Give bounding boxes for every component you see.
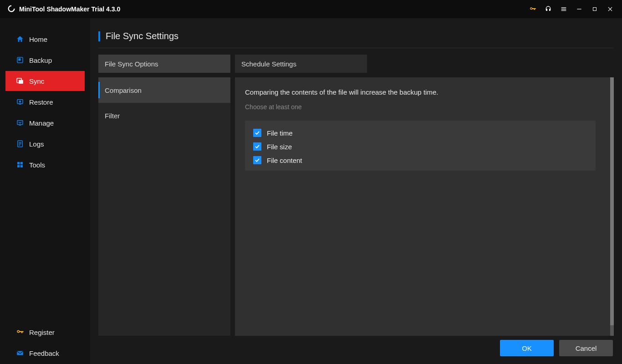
ok-button[interactable]: OK bbox=[500, 340, 554, 356]
checkbox-icon bbox=[253, 156, 261, 164]
sidebar-item-label: Logs bbox=[29, 140, 44, 148]
sidebar-item-tools[interactable]: Tools bbox=[5, 155, 85, 175]
tab-schedule-settings[interactable]: Schedule Settings bbox=[235, 55, 367, 73]
footer: OK Cancel bbox=[98, 336, 614, 360]
sidebar-item-label: Backup bbox=[29, 56, 52, 64]
checkbox-icon bbox=[253, 142, 261, 151]
main-panel: File Sync Settings File Sync Options Sch… bbox=[90, 18, 622, 364]
titlebar: MiniTool ShadowMaker Trial 4.3.0 bbox=[0, 0, 622, 18]
svg-rect-16 bbox=[20, 162, 23, 164]
app-title: MiniTool ShadowMaker Trial 4.3.0 bbox=[19, 5, 120, 13]
sidebar-item-label: Register bbox=[29, 329, 55, 336]
svg-rect-10 bbox=[19, 125, 21, 126]
svg-rect-17 bbox=[17, 165, 20, 167]
checkbox-icon bbox=[253, 129, 261, 137]
category-filter[interactable]: Filter bbox=[98, 103, 230, 128]
check-file-content[interactable]: File content bbox=[253, 156, 587, 164]
page-header: File Sync Settings bbox=[98, 31, 614, 48]
home-icon bbox=[14, 35, 26, 43]
cancel-button[interactable]: Cancel bbox=[559, 340, 613, 356]
svg-rect-9 bbox=[17, 121, 23, 125]
sidebar-item-backup[interactable]: Backup bbox=[5, 50, 85, 70]
sidebar-item-label: Manage bbox=[29, 119, 54, 127]
sidebar-item-register[interactable]: Register bbox=[5, 322, 85, 342]
minimize-icon[interactable] bbox=[575, 0, 584, 18]
info-text: Comparing the contents of the file will … bbox=[245, 88, 604, 96]
logs-icon bbox=[14, 140, 26, 148]
app-logo-icon bbox=[7, 5, 15, 14]
tabs: File Sync Options Schedule Settings bbox=[98, 55, 614, 73]
button-label: OK bbox=[522, 344, 532, 352]
svg-rect-18 bbox=[20, 165, 23, 167]
category-label: Filter bbox=[105, 112, 120, 120]
sidebar-item-logs[interactable]: Logs bbox=[5, 134, 85, 154]
maximize-icon[interactable] bbox=[590, 0, 599, 18]
key-icon[interactable] bbox=[528, 0, 537, 18]
check-label: File size bbox=[267, 143, 292, 151]
accent-bar bbox=[98, 31, 100, 41]
button-label: Cancel bbox=[576, 344, 597, 352]
hint-text: Choose at least one bbox=[245, 103, 604, 111]
svg-point-7 bbox=[19, 101, 21, 103]
scrollbar-thumb[interactable] bbox=[610, 77, 614, 325]
manage-icon bbox=[14, 119, 26, 127]
tools-icon bbox=[14, 161, 26, 169]
sidebar-item-label: Feedback bbox=[29, 349, 59, 357]
sidebar-item-feedback[interactable]: Feedback bbox=[5, 343, 85, 363]
category-label: Comparison bbox=[105, 86, 142, 94]
content-row: Comparison Filter Comparing the contents… bbox=[98, 77, 614, 336]
svg-rect-15 bbox=[17, 162, 20, 164]
menu-icon[interactable] bbox=[559, 0, 568, 18]
check-file-size[interactable]: File size bbox=[253, 142, 587, 151]
svg-rect-0 bbox=[577, 9, 581, 9]
tab-label: Schedule Settings bbox=[241, 60, 296, 68]
svg-rect-3 bbox=[18, 58, 20, 61]
page-title: File Sync Settings bbox=[106, 31, 178, 41]
svg-rect-8 bbox=[19, 104, 21, 105]
restore-icon bbox=[14, 98, 26, 106]
close-icon[interactable] bbox=[606, 0, 615, 18]
svg-rect-5 bbox=[19, 80, 23, 84]
sidebar-item-manage[interactable]: Manage bbox=[5, 113, 85, 133]
check-label: File content bbox=[267, 157, 302, 164]
sidebar: Home Backup Sync Restore Manage bbox=[0, 18, 90, 364]
tab-file-sync-options[interactable]: File Sync Options bbox=[98, 55, 230, 73]
sidebar-item-label: Sync bbox=[29, 77, 44, 85]
sidebar-item-restore[interactable]: Restore bbox=[5, 92, 85, 112]
svg-rect-1 bbox=[593, 8, 597, 11]
check-label: File time bbox=[267, 129, 293, 137]
category-comparison[interactable]: Comparison bbox=[98, 77, 230, 103]
sync-icon bbox=[14, 77, 26, 85]
sidebar-item-sync[interactable]: Sync bbox=[5, 71, 85, 91]
content-panel: Comparing the contents of the file will … bbox=[235, 77, 614, 336]
headset-icon[interactable] bbox=[544, 0, 553, 18]
sidebar-item-label: Restore bbox=[29, 98, 53, 106]
sidebar-item-label: Home bbox=[29, 35, 47, 43]
sidebar-item-home[interactable]: Home bbox=[5, 29, 85, 49]
mail-icon bbox=[14, 349, 26, 357]
tab-label: File Sync Options bbox=[105, 60, 158, 68]
backup-icon bbox=[14, 56, 26, 64]
settings-categories: Comparison Filter bbox=[98, 77, 230, 336]
check-file-time[interactable]: File time bbox=[253, 129, 587, 137]
key-icon bbox=[14, 328, 26, 336]
sidebar-item-label: Tools bbox=[29, 161, 45, 169]
comparison-options: File time File size File content bbox=[245, 121, 596, 171]
scrollbar[interactable] bbox=[610, 77, 614, 336]
app-window: MiniTool ShadowMaker Trial 4.3.0 Home bbox=[0, 0, 622, 364]
